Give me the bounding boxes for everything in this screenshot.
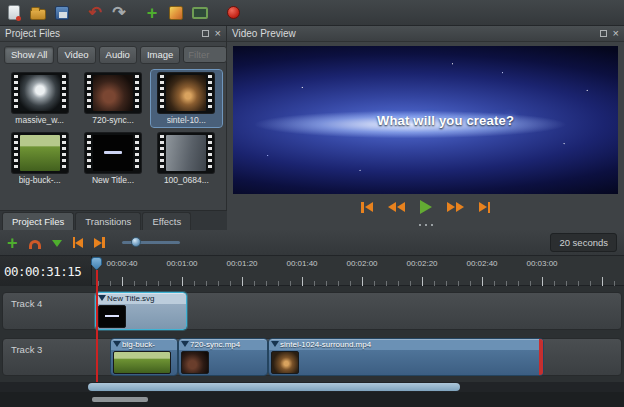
clip-sintel[interactable]: sintel-1024-surround.mp4 xyxy=(268,338,544,376)
current-time-display: 00:00:31:15 xyxy=(0,256,92,286)
ruler-label: 00:02:40 xyxy=(466,259,497,268)
clip-menu-icon[interactable] xyxy=(181,341,189,347)
ruler-ticks-major xyxy=(122,277,624,286)
ruler-label: 00:02:00 xyxy=(346,259,377,268)
filter-image-button[interactable]: Image xyxy=(140,46,180,64)
close-panel-icon[interactable]: × xyxy=(613,28,619,39)
fullscreen-icon[interactable] xyxy=(189,2,211,24)
tab-project-files[interactable]: Project Files xyxy=(2,212,74,230)
ruler-label: 00:00:40 xyxy=(106,259,137,268)
project-files-header: Project Files × xyxy=(0,26,226,42)
clip-menu-icon[interactable] xyxy=(271,341,279,347)
main-toolbar: ↶ ↷ + xyxy=(0,0,624,26)
clip-label: 720-sync.mp4 xyxy=(190,340,240,349)
ruler-strip[interactable]: 00:00:40 00:01:00 00:01:20 00:01:40 00:0… xyxy=(92,256,624,286)
ruler-label: 00:03:00 xyxy=(526,259,557,268)
clip-label: New Title.svg xyxy=(107,294,155,303)
clip-big-buck[interactable]: big-buck- xyxy=(110,338,178,376)
project-files-panel: Project Files × Show All Video Audio Ima… xyxy=(0,26,227,230)
import-files-icon[interactable]: + xyxy=(141,2,163,24)
jump-to-start-icon[interactable] xyxy=(361,202,373,213)
tab-transitions[interactable]: Transitions xyxy=(75,212,141,230)
filter-show-all-button[interactable]: Show All xyxy=(4,46,54,64)
zoom-slider-thumb[interactable] xyxy=(131,237,141,247)
ruler-label: 00:02:20 xyxy=(406,259,437,268)
file-name: big-buck-... xyxy=(19,175,61,185)
clip-thumbnail xyxy=(271,351,299,374)
ruler-label: 00:01:00 xyxy=(166,259,197,268)
track-name: Track 4 xyxy=(11,298,42,309)
bottom-scrollbar-thumb[interactable] xyxy=(92,397,148,402)
file-name: massive_w... xyxy=(15,115,64,125)
clip-thumbnail xyxy=(181,351,209,374)
playhead-line xyxy=(96,270,98,382)
snapping-magnet-icon[interactable] xyxy=(29,236,41,249)
tracks-area: Track 4 Track 3 New Title.svg big-buck- … xyxy=(0,286,624,382)
panel-resize-grip[interactable] xyxy=(418,223,434,227)
timeline-scrollbar-thumb[interactable] xyxy=(88,383,460,391)
file-item-new-title[interactable]: New Title... xyxy=(77,130,148,187)
project-files-title: Project Files xyxy=(5,28,60,39)
video-overlay-text: What will you create? xyxy=(273,113,618,128)
zoom-slider[interactable] xyxy=(122,241,180,244)
file-item-720-sync[interactable]: 720-sync... xyxy=(77,70,148,127)
file-thumbnail xyxy=(158,73,214,113)
jump-to-end-icon[interactable] xyxy=(479,202,491,213)
file-item-100-0684[interactable]: 100_0684... xyxy=(151,130,222,187)
float-panel-icon[interactable] xyxy=(600,30,607,37)
open-project-icon[interactable] xyxy=(27,2,49,24)
clip-720-sync[interactable]: 720-sync.mp4 xyxy=(178,338,268,376)
files-grid: massive_w... 720-sync... sintel-10... bi… xyxy=(0,66,226,191)
file-item-big-buck[interactable]: big-buck-... xyxy=(4,130,75,187)
clip-thumbnail xyxy=(98,305,126,328)
file-item-sintel[interactable]: sintel-10... xyxy=(151,70,222,127)
fast-forward-icon[interactable] xyxy=(447,202,464,212)
add-track-icon[interactable]: + xyxy=(7,234,18,252)
save-project-icon[interactable] xyxy=(51,2,73,24)
video-preview-panel: Video Preview × What will you create? xyxy=(227,26,624,230)
tab-effects[interactable]: Effects xyxy=(142,212,191,230)
rewind-icon[interactable] xyxy=(388,202,405,212)
float-panel-icon[interactable] xyxy=(202,30,209,37)
ruler-label: 00:01:20 xyxy=(226,259,257,268)
timeline-panel: + 20 seconds 00:00:31:15 00:00:40 00:01:… xyxy=(0,230,624,407)
filter-row: Show All Video Audio Image xyxy=(0,42,226,66)
choose-profile-icon[interactable] xyxy=(165,2,187,24)
ruler-label: 00:01:40 xyxy=(286,259,317,268)
file-name: 720-sync... xyxy=(92,115,134,125)
new-project-icon[interactable] xyxy=(3,2,25,24)
clip-trim-handle[interactable] xyxy=(539,339,543,375)
filter-audio-button[interactable]: Audio xyxy=(99,46,137,64)
file-thumbnail xyxy=(158,133,214,173)
timeline-toolbar: + 20 seconds xyxy=(0,230,624,256)
redo-icon[interactable]: ↷ xyxy=(108,2,130,24)
close-panel-icon[interactable]: × xyxy=(215,28,221,39)
previous-marker-icon[interactable] xyxy=(73,237,84,248)
file-thumbnail xyxy=(85,73,141,113)
clip-menu-icon[interactable] xyxy=(113,341,121,347)
timeline-scale-label: 20 seconds xyxy=(550,233,617,252)
play-icon[interactable] xyxy=(420,200,432,214)
file-item-massive[interactable]: massive_w... xyxy=(4,70,75,127)
video-preview-header: Video Preview × xyxy=(227,26,624,42)
file-thumbnail xyxy=(12,133,68,173)
clip-label: big-buck- xyxy=(122,340,155,349)
next-marker-icon[interactable] xyxy=(94,237,105,248)
track-name: Track 3 xyxy=(11,344,42,355)
export-video-icon[interactable] xyxy=(222,2,244,24)
file-name: sintel-10... xyxy=(167,115,206,125)
file-name: 100_0684... xyxy=(164,175,209,185)
clip-new-title[interactable]: New Title.svg xyxy=(95,292,187,330)
filter-input[interactable] xyxy=(183,46,227,63)
add-marker-icon[interactable] xyxy=(52,238,62,247)
clip-menu-icon[interactable] xyxy=(98,295,106,301)
window-bottom-strip xyxy=(0,392,624,407)
clip-label: sintel-1024-surround.mp4 xyxy=(280,340,371,349)
undo-icon[interactable]: ↶ xyxy=(84,2,106,24)
video-preview-title: Video Preview xyxy=(232,28,296,39)
video-preview-screen: What will you create? xyxy=(233,46,618,194)
timeline-scrollbar[interactable] xyxy=(0,382,624,392)
filter-video-button[interactable]: Video xyxy=(57,46,95,64)
file-thumbnail xyxy=(85,133,141,173)
file-name: New Title... xyxy=(92,175,134,185)
